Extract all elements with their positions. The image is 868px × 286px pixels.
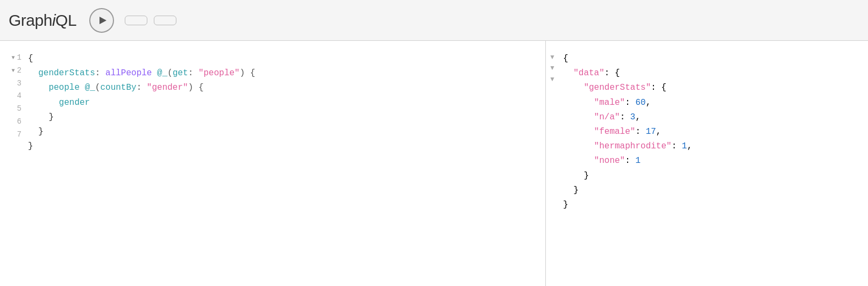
result-value: 60	[635, 98, 645, 108]
result-line: "n/a": 3,	[563, 110, 857, 125]
result-line: "genderStats": {	[563, 81, 857, 95]
result-fold-indicator	[546, 151, 559, 161]
result-key: "male"	[594, 98, 625, 108]
line-number: 4	[9, 90, 22, 103]
result-fold-indicator	[546, 128, 559, 139]
result-value: 3	[630, 112, 636, 122]
app-logo: GraphiQL	[9, 11, 76, 30]
result-line: "female": 17,	[563, 125, 857, 139]
result-fold-indicator[interactable]: ▼	[546, 52, 559, 62]
result-key: "data"	[573, 68, 604, 78]
line-number: 3	[9, 77, 22, 90]
line-number: 7	[9, 128, 22, 141]
play-icon	[98, 16, 107, 25]
fold-arrow-icon[interactable]: ▼	[10, 66, 15, 75]
code-line: genderStats: allPeople @_(get: "people")…	[28, 66, 535, 81]
result-fold-gutter: ▼▼▼	[546, 41, 559, 286]
result-line: }	[563, 169, 857, 183]
line-num-label: 1	[17, 52, 22, 65]
result-line: "male": 60,	[563, 96, 857, 110]
editor-panel: ▼1▼234567 { genderStats: allPeople @_(ge…	[0, 41, 546, 286]
line-num-label: 5	[17, 103, 22, 116]
result-key: "hermaphrodite"	[594, 141, 672, 151]
result-key: "none"	[594, 156, 625, 166]
result-line: "none": 1	[563, 154, 857, 168]
line-numbers: ▼1▼234567	[0, 41, 22, 286]
result-line: "data": {	[563, 66, 857, 81]
line-num-label: 7	[17, 128, 22, 141]
code-line: }	[28, 125, 535, 139]
line-number: ▼2	[9, 65, 22, 77]
header: GraphiQL	[0, 0, 868, 41]
code-editor[interactable]: { genderStats: allPeople @_(get: "people…	[22, 41, 545, 286]
line-num-label: 6	[17, 116, 22, 128]
result-value: 1	[682, 141, 687, 151]
result-fold-indicator	[546, 139, 559, 150]
line-num-label: 4	[17, 90, 22, 103]
result-panel: ▼▼▼ { "data": { "genderStats": { "male":…	[546, 41, 868, 286]
code-line: people @_(countBy: "gender") {	[28, 81, 535, 95]
result-fold-indicator	[546, 161, 559, 172]
result-viewer[interactable]: { "data": { "genderStats": { "male": 60,…	[546, 41, 868, 286]
history-button[interactable]	[154, 16, 176, 25]
result-value: 17	[646, 127, 656, 137]
result-fold-indicator	[546, 106, 559, 117]
result-line: {	[563, 52, 857, 66]
result-key: "female"	[594, 127, 636, 137]
result-line: }	[563, 198, 857, 212]
result-key: "n/a"	[594, 112, 620, 122]
result-fold-indicator	[546, 84, 559, 95]
code-line: }	[28, 110, 535, 125]
line-num-label: 2	[17, 65, 22, 77]
result-fold-indicator[interactable]: ▼	[546, 62, 559, 73]
result-fold-indicator	[546, 117, 559, 128]
main-content: ▼1▼234567 { genderStats: allPeople @_(ge…	[0, 41, 868, 286]
fold-arrow-icon[interactable]: ▼	[10, 53, 15, 62]
result-fold-indicator[interactable]: ▼	[546, 74, 559, 84]
code-line: {	[28, 52, 535, 66]
line-number: 6	[9, 116, 22, 128]
code-line: gender	[28, 96, 535, 110]
result-key: "genderStats"	[584, 83, 651, 92]
line-number: ▼1	[9, 52, 22, 65]
svg-marker-0	[99, 17, 106, 24]
result-line: "hermaphrodite": 1,	[563, 139, 857, 154]
line-num-label: 3	[17, 77, 22, 90]
play-button[interactable]	[89, 8, 114, 33]
result-line: }	[563, 183, 857, 198]
result-value: 1	[635, 156, 641, 166]
result-fold-indicator	[546, 96, 559, 106]
code-line: }	[28, 139, 535, 154]
line-number: 5	[9, 103, 22, 116]
prettify-button[interactable]	[125, 16, 147, 25]
